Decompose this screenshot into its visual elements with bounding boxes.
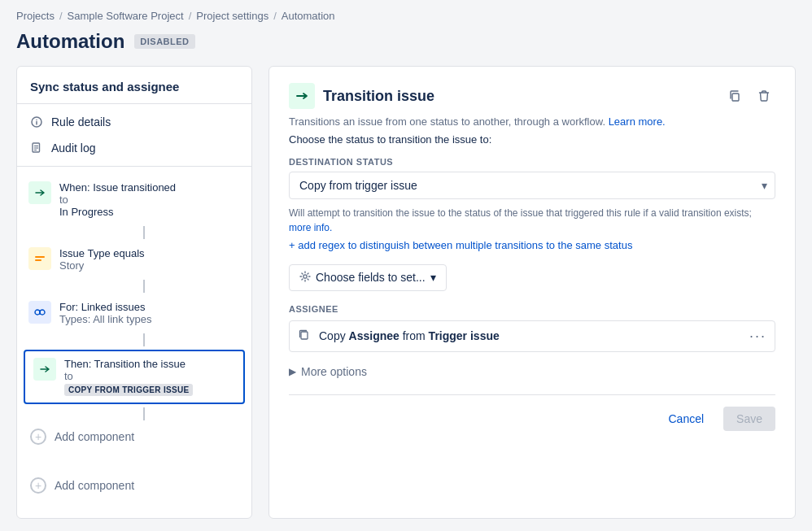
linked-label: For: Linked issues (59, 301, 240, 313)
when-to: to (59, 194, 240, 206)
doc-icon (30, 141, 43, 155)
svg-rect-13 (301, 332, 308, 339)
timeline-item-issue-type[interactable]: Issue Type equals Story (17, 239, 251, 280)
issue-type-label: Issue Type equals (59, 247, 240, 259)
more-options-label: More options (301, 365, 367, 378)
transition-icon (28, 181, 51, 204)
svg-rect-7 (35, 256, 45, 258)
more-options[interactable]: ▶ More options (289, 365, 775, 378)
sidebar: Sync status and assignee Rule details (16, 66, 252, 519)
assignee-section-label: Assignee (289, 304, 775, 314)
assignee-more-options-icon[interactable]: ··· (749, 328, 766, 345)
assignee-row-text: Copy Assignee from Trigger issue (319, 329, 743, 342)
copy-assignee-icon (298, 329, 312, 343)
connector-4 (37, 407, 251, 420)
choose-fields-label: Choose fields to set... (316, 271, 426, 284)
destination-status-select-wrapper: Copy from trigger issue To Do In Progres… (289, 172, 775, 199)
then-transition-icon (33, 358, 56, 381)
breadcrumb-project[interactable]: Sample Software Project (68, 10, 184, 22)
add-circle-icon-2: + (30, 477, 46, 494)
hint-text: Will attempt to transition the issue to … (289, 206, 775, 235)
main-content: Sync status and assignee Rule details (16, 66, 796, 519)
cancel-button[interactable]: Cancel (655, 407, 717, 431)
info-icon (30, 115, 43, 128)
svg-rect-11 (732, 94, 739, 101)
page-header: Automation DISABLED (16, 30, 796, 53)
destination-status-select[interactable]: Copy from trigger issue To Do In Progres… (289, 172, 775, 199)
svg-rect-1 (36, 121, 37, 125)
timeline: When: Issue transitioned to In Progress (17, 167, 251, 502)
timeline-item-when-transition[interactable]: When: Issue transitioned to In Progress (17, 173, 251, 226)
choose-fields-button[interactable]: Choose fields to set... ▾ (289, 264, 447, 291)
then-label: Then: Transition the issue (64, 358, 235, 370)
page-title: Automation (16, 30, 124, 53)
learn-more-link[interactable]: Learn more. (609, 115, 666, 128)
assignee-section: Assignee Copy Assignee from Trigger issu… (289, 304, 775, 352)
breadcrumb-projects[interactable]: Projects (16, 10, 55, 22)
issue-type-value: Story (59, 259, 240, 272)
panel-footer: Cancel Save (289, 394, 775, 431)
add-circle-icon-1: + (30, 429, 46, 445)
chevron-right-icon: ▶ (289, 366, 296, 377)
add-component-1[interactable]: + Add component (17, 420, 251, 453)
connector-1 (37, 226, 251, 239)
sidebar-rule-title: Sync status and assignee (17, 67, 251, 104)
breadcrumb-automation[interactable]: Automation (282, 10, 335, 22)
copy-panel-button[interactable] (723, 85, 746, 107)
panel-description: Transitions an issue from one status to … (289, 114, 775, 130)
choose-fields-chevron: ▾ (430, 271, 436, 284)
issue-type-icon (28, 247, 51, 270)
add-component-1-label: Add component (55, 430, 134, 443)
add-component-2-label: Add component (55, 479, 134, 492)
connector-2 (37, 280, 251, 293)
breadcrumb: Projects / Sample Software Project / Pro… (16, 10, 796, 22)
rule-details-label: Rule details (51, 115, 111, 128)
timeline-item-then-transition[interactable]: Then: Transition the issue to COPY FROM … (24, 350, 245, 404)
more-info-link[interactable]: more info. (289, 222, 332, 233)
sidebar-nav: Rule details Audit log (17, 104, 251, 167)
when-status: In Progress (59, 206, 240, 218)
svg-point-2 (36, 120, 37, 121)
panel-title: Transition issue (323, 88, 715, 105)
right-panel: Transition issue T (268, 66, 796, 519)
sidebar-item-audit-log[interactable]: Audit log (17, 135, 251, 161)
breadcrumb-project-settings[interactable]: Project settings (196, 10, 268, 22)
choose-status-label: Choose the status to transition the issu… (289, 133, 775, 146)
destination-status-label: Destination status (289, 157, 775, 167)
svg-point-10 (40, 310, 45, 315)
audit-log-label: Audit log (51, 141, 95, 155)
linked-types: Types: All link types (59, 313, 240, 325)
when-label: When: Issue transitioned (59, 181, 240, 194)
panel-icon (289, 83, 315, 109)
add-regex-link[interactable]: + add regex to distinguish between multi… (289, 239, 632, 251)
svg-point-12 (303, 274, 307, 277)
disabled-badge: DISABLED (134, 34, 194, 49)
linked-icon (28, 301, 51, 324)
save-button[interactable]: Save (723, 407, 775, 431)
assignee-row: Copy Assignee from Trigger issue ··· (289, 320, 775, 352)
panel-header: Transition issue (289, 83, 775, 109)
then-chip: COPY FROM TRIGGER ISSUE (64, 384, 193, 396)
connector-3 (37, 333, 251, 346)
svg-rect-8 (35, 259, 41, 261)
sidebar-item-rule-details[interactable]: Rule details (17, 109, 251, 135)
then-to: to (64, 370, 235, 382)
svg-point-9 (35, 310, 40, 315)
delete-panel-button[interactable] (753, 85, 775, 107)
add-component-2[interactable]: + Add component (17, 469, 251, 502)
timeline-item-linked-issues[interactable]: For: Linked issues Types: All link types (17, 293, 251, 333)
gear-icon (299, 271, 311, 285)
panel-actions (723, 85, 775, 107)
